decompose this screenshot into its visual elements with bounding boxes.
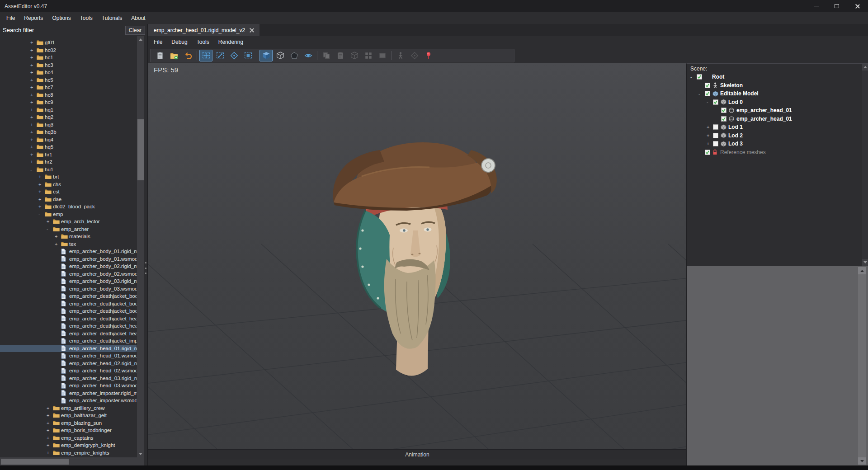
tree-item[interactable]: +emp_arch_lector: [0, 218, 137, 226]
tree-item[interactable]: +hq3: [0, 121, 137, 129]
visibility-checkbox[interactable]: [713, 141, 721, 146]
scrollbar-thumb[interactable]: [137, 119, 144, 180]
doc-menu-tools[interactable]: Tools: [192, 36, 214, 48]
expand-icon[interactable]: +: [38, 174, 45, 179]
visibility-checkbox[interactable]: [705, 91, 712, 96]
tree-item[interactable]: +hc4: [0, 69, 137, 76]
menu-tutorials[interactable]: Tutorials: [97, 12, 127, 24]
expand-icon[interactable]: +: [707, 141, 713, 146]
tree-item[interactable]: emp_archer_body_02.rigid_model_v2: [0, 263, 137, 270]
tree-item[interactable]: +hq5: [0, 143, 137, 151]
scene-tree-item[interactable]: +Lod 1: [687, 123, 868, 132]
tree-item[interactable]: emp_archer_deathjacket_body_01.rigid_mod…: [0, 292, 137, 300]
tree-item[interactable]: emp_archer_head_03.rigid_model_v2: [0, 375, 137, 382]
scene-tree-item[interactable]: -Lod 0: [687, 98, 868, 107]
tree-item[interactable]: +gt01: [0, 39, 137, 47]
pin-button[interactable]: [422, 50, 435, 61]
scene-scrollbar[interactable]: [862, 64, 868, 266]
scene-tree-item[interactable]: emp_archer_head_01: [687, 115, 868, 123]
gizmo-select-button[interactable]: [199, 50, 212, 61]
tree-item[interactable]: +hr1: [0, 151, 137, 159]
menu-reports[interactable]: Reports: [19, 12, 47, 24]
expand-icon[interactable]: +: [30, 62, 37, 68]
document-tab[interactable]: emp_archer_head_01.rigid_model_v2: [148, 24, 259, 36]
expand-icon[interactable]: +: [30, 77, 37, 83]
animation-bar[interactable]: Animation: [148, 449, 686, 459]
properties-scrollbar[interactable]: [858, 267, 866, 465]
tree-item[interactable]: +hc02: [0, 47, 137, 54]
tree-item[interactable]: +hc9: [0, 99, 137, 106]
doc-menu-file[interactable]: File: [149, 36, 167, 48]
expand-icon[interactable]: +: [30, 114, 37, 120]
tree-item[interactable]: emp_archer_deathjacket_imposter.rigid_mo…: [0, 337, 137, 345]
close-button[interactable]: [847, 0, 868, 12]
scene-tree-item[interactable]: +Lod 3: [687, 140, 868, 148]
tree-item[interactable]: emp_archer_body_02.wsmodel: [0, 270, 137, 278]
tree-item[interactable]: emp_archer_body_01.wsmodel: [0, 255, 137, 263]
tree-item[interactable]: emp_archer_head_02.wsmodel: [0, 367, 137, 375]
collapse-icon[interactable]: -: [38, 212, 45, 217]
paste-button[interactable]: [153, 50, 166, 61]
expand-icon[interactable]: +: [47, 405, 53, 411]
expand-icon[interactable]: +: [30, 152, 37, 157]
expand-icon[interactable]: +: [55, 241, 61, 247]
visibility-checkbox[interactable]: [705, 83, 712, 88]
tree-item[interactable]: -hu1: [0, 166, 137, 174]
tree-item[interactable]: +tex: [0, 240, 137, 248]
tree-item[interactable]: +emp_empire_knights: [0, 449, 137, 457]
tree-item[interactable]: emp_archer_body_01.rigid_model_v2: [0, 248, 137, 255]
expand-icon[interactable]: +: [47, 428, 53, 433]
add-folder-button[interactable]: [167, 50, 180, 61]
tree-item[interactable]: emp_archer_body_03.wsmodel: [0, 285, 137, 293]
tree-item[interactable]: +hc8: [0, 91, 137, 99]
visibility-checkbox[interactable]: [721, 108, 729, 113]
tree-item[interactable]: +dlc02_blood_pack: [0, 203, 137, 211]
scene-tree-item[interactable]: -Editable Model: [687, 89, 868, 98]
gizmo-scale-button[interactable]: [241, 50, 255, 61]
tree-item[interactable]: +materials: [0, 233, 137, 240]
tree-item[interactable]: +emp_blazing_sun: [0, 419, 137, 427]
gizmo-move-button[interactable]: [213, 50, 226, 61]
tree-item[interactable]: emp_archer_deathjacket_body_01.wsmodel: [0, 300, 137, 308]
scene-tree-item[interactable]: +Lod 2: [687, 132, 868, 140]
panel-splitter[interactable]: [145, 262, 146, 274]
collapse-icon[interactable]: -: [690, 74, 697, 80]
minimize-button[interactable]: [806, 0, 826, 12]
tree-item[interactable]: +emp_captains: [0, 434, 137, 442]
scene-tree-item[interactable]: Reference meshes: [687, 148, 868, 157]
viewport-3d[interactable]: FPS: 59: [148, 63, 686, 449]
tree-item[interactable]: +chs: [0, 181, 137, 188]
menu-file[interactable]: File: [2, 12, 19, 24]
expand-icon[interactable]: +: [30, 85, 37, 90]
tree-item[interactable]: +hq4: [0, 136, 137, 144]
tree-item[interactable]: emp_archer_imposter.wsmodel: [0, 397, 137, 404]
tree-item[interactable]: emp_archer_imposter.rigid_model_v2: [0, 390, 137, 397]
tree-item[interactable]: emp_archer_head_03.wsmodel: [0, 382, 137, 390]
expand-icon[interactable]: +: [47, 442, 53, 448]
view-wireframe-button[interactable]: [274, 50, 287, 61]
expand-icon[interactable]: +: [30, 137, 37, 142]
expand-icon[interactable]: +: [47, 413, 53, 418]
file-tree-vertical-scrollbar[interactable]: [137, 36, 144, 457]
tree-item[interactable]: emp_archer_deathjacket_body_02.rigid_mod…: [0, 307, 137, 315]
tree-item[interactable]: +hq1: [0, 106, 137, 114]
expand-icon[interactable]: +: [47, 435, 53, 441]
expand-icon[interactable]: +: [47, 450, 53, 456]
expand-icon[interactable]: +: [38, 204, 45, 209]
expand-icon[interactable]: +: [30, 99, 37, 105]
expand-icon[interactable]: +: [30, 40, 37, 45]
scene-tree-item[interactable]: -Root: [687, 73, 868, 81]
visibility-checkbox[interactable]: [697, 74, 704, 80]
expand-icon[interactable]: +: [707, 124, 713, 130]
tree-item[interactable]: emp_archer_head_01.rigid_model_v2: [0, 345, 137, 352]
expand-icon[interactable]: +: [30, 92, 37, 98]
tree-item[interactable]: +hr2: [0, 158, 137, 166]
tree-item[interactable]: +emp_artillery_crew: [0, 404, 137, 412]
doc-menu-rendering[interactable]: Rendering: [214, 36, 248, 48]
tree-item[interactable]: emp_archer_deathjacket_head_01.rigid_mod…: [0, 315, 137, 323]
tree-item[interactable]: emp_archer_head_02.rigid_model_v2: [0, 360, 137, 367]
tree-item[interactable]: -emp: [0, 211, 137, 218]
view-solid-button[interactable]: [259, 50, 273, 61]
scrollbar-thumb[interactable]: [1, 459, 69, 465]
tree-item[interactable]: emp_archer_deathjacket_head_02.rigid_mod…: [0, 330, 137, 338]
